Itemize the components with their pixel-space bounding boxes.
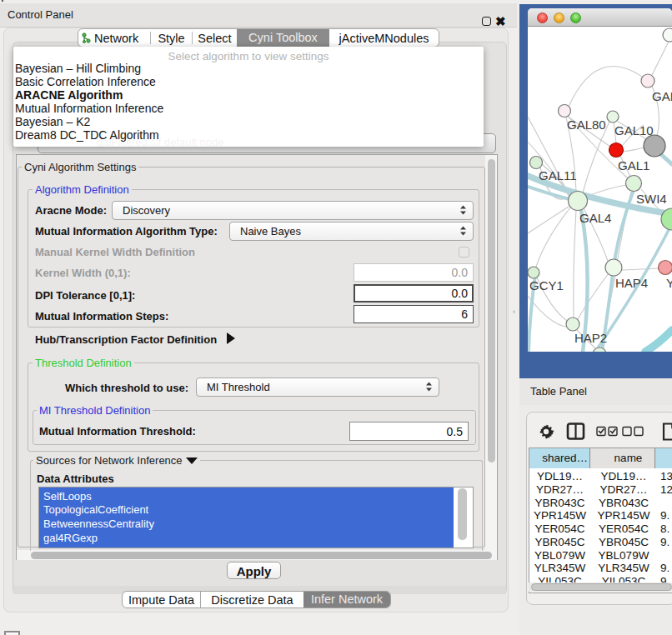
svg-text:GAL80: GAL80: [567, 118, 606, 132]
svg-text:HAP4: HAP4: [615, 276, 648, 290]
svg-text:HAP2: HAP2: [574, 331, 607, 345]
svg-text:GAL11: GAL11: [539, 168, 577, 182]
svg-text:YD: YD: [666, 276, 672, 290]
svg-text:SWI4: SWI4: [636, 192, 667, 206]
svg-text:GCY1: GCY1: [529, 278, 564, 292]
svg-text:GAL2: GAL2: [652, 89, 672, 103]
svg-text:GAL4: GAL4: [579, 211, 611, 225]
svg-text:GAL10: GAL10: [614, 123, 654, 138]
svg-text:GAL1: GAL1: [618, 158, 649, 172]
